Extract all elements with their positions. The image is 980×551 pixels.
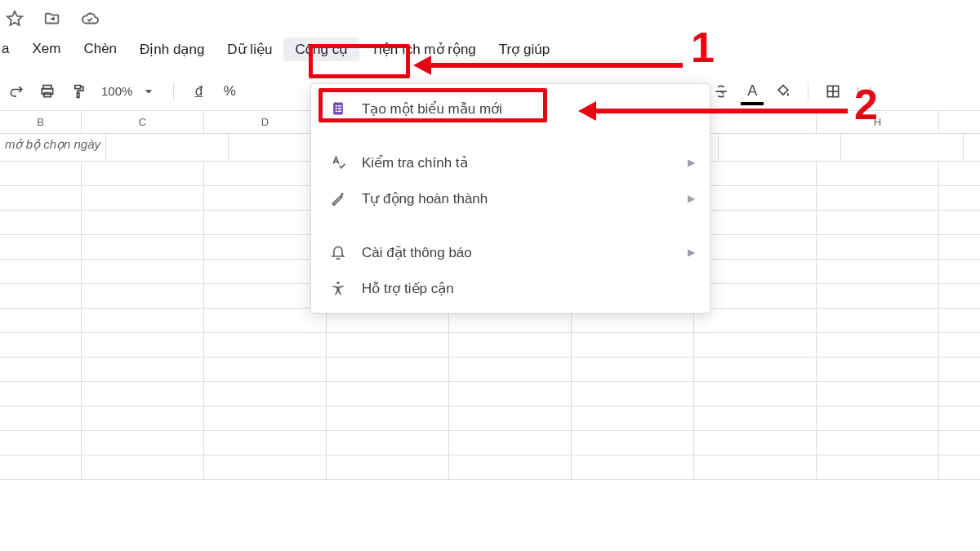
- cell[interactable]: [939, 407, 980, 430]
- cell[interactable]: [939, 358, 980, 381]
- cell[interactable]: mở bộ chọn ngày: [0, 134, 106, 161]
- cell[interactable]: [939, 333, 980, 357]
- cell[interactable]: [0, 235, 82, 259]
- cell[interactable]: [572, 382, 694, 406]
- strikethrough-button[interactable]: [708, 78, 734, 104]
- redo-icon[interactable]: [3, 78, 29, 104]
- cell[interactable]: [327, 382, 449, 406]
- cell[interactable]: [939, 431, 980, 455]
- cell[interactable]: [82, 333, 204, 357]
- cell[interactable]: [0, 162, 82, 185]
- cell[interactable]: [939, 309, 980, 332]
- cell[interactable]: [694, 260, 817, 283]
- cell[interactable]: [572, 455, 694, 479]
- cell[interactable]: [204, 284, 327, 308]
- currency-format-button[interactable]: đ: [185, 78, 212, 104]
- menu-item-dữ-liệu[interactable]: Dữ liệu: [216, 38, 283, 61]
- cell[interactable]: [0, 333, 82, 357]
- cell[interactable]: [939, 382, 980, 406]
- cell[interactable]: [694, 211, 817, 234]
- cell[interactable]: [817, 358, 939, 381]
- cell[interactable]: [817, 455, 939, 479]
- cell[interactable]: [817, 382, 939, 406]
- cell[interactable]: [106, 134, 229, 161]
- cell[interactable]: [817, 407, 939, 430]
- column-header[interactable]: D: [204, 111, 327, 133]
- cell[interactable]: [817, 235, 939, 259]
- cell[interactable]: [327, 431, 449, 455]
- cell[interactable]: [694, 382, 817, 406]
- cell[interactable]: [204, 162, 327, 185]
- cell[interactable]: [82, 309, 204, 332]
- cell[interactable]: [0, 211, 82, 234]
- percent-format-button[interactable]: %: [216, 78, 243, 104]
- fill-color-button[interactable]: [770, 78, 796, 104]
- cell[interactable]: [449, 455, 572, 479]
- cell[interactable]: [82, 407, 204, 430]
- cell[interactable]: [204, 211, 327, 234]
- cell[interactable]: [449, 333, 572, 357]
- cell[interactable]: [82, 431, 204, 455]
- cell[interactable]: [572, 431, 694, 455]
- cell[interactable]: [694, 407, 817, 430]
- cell[interactable]: [939, 186, 980, 210]
- cell[interactable]: [694, 431, 817, 455]
- cell[interactable]: [939, 235, 980, 259]
- cell[interactable]: [327, 407, 449, 430]
- cell[interactable]: [204, 382, 327, 406]
- cell[interactable]: [204, 431, 327, 455]
- column-header[interactable]: I: [939, 111, 980, 133]
- cell[interactable]: [939, 455, 980, 479]
- cell[interactable]: [719, 134, 841, 161]
- cell[interactable]: [817, 186, 939, 210]
- cell[interactable]: [82, 260, 204, 283]
- cell[interactable]: [817, 284, 939, 308]
- cell[interactable]: [204, 186, 327, 210]
- cell[interactable]: [817, 162, 939, 185]
- cell[interactable]: [939, 260, 980, 283]
- cell[interactable]: [694, 284, 817, 308]
- cell[interactable]: [204, 455, 327, 479]
- cell[interactable]: [694, 309, 817, 332]
- cell[interactable]: [82, 211, 204, 234]
- cell[interactable]: [939, 211, 980, 234]
- merge-cells-button[interactable]: [851, 78, 877, 104]
- cell[interactable]: [694, 333, 817, 357]
- cell[interactable]: [449, 382, 572, 406]
- cell[interactable]: [572, 407, 694, 430]
- menu-item-hỗ-trợ-tiếp-cận[interactable]: Hỗ trợ tiếp cận: [311, 270, 710, 306]
- cell[interactable]: [841, 134, 964, 161]
- cell[interactable]: [572, 333, 694, 357]
- zoom-level[interactable]: 100%: [96, 78, 162, 104]
- cell[interactable]: [204, 358, 327, 381]
- star-icon[interactable]: [5, 9, 24, 29]
- cell[interactable]: [449, 407, 572, 430]
- cell[interactable]: [0, 186, 82, 210]
- cell[interactable]: [817, 431, 939, 455]
- cell[interactable]: [82, 358, 204, 381]
- cell[interactable]: [694, 455, 817, 479]
- cell[interactable]: [817, 309, 939, 332]
- cell[interactable]: [0, 284, 82, 308]
- menu-item-chèn[interactable]: Chèn: [72, 38, 128, 60]
- menu-item-trợ-giúp[interactable]: Trợ giúp: [488, 38, 561, 61]
- cell[interactable]: [82, 186, 204, 210]
- cloud-saved-icon[interactable]: [80, 9, 100, 29]
- cell[interactable]: [82, 455, 204, 479]
- menu-item-cài-đặt-thông-báo[interactable]: Cài đặt thông báo▶: [311, 234, 710, 270]
- cell[interactable]: [327, 358, 449, 381]
- cell[interactable]: [327, 333, 449, 357]
- cell[interactable]: [939, 162, 980, 185]
- print-icon[interactable]: [34, 78, 60, 104]
- cell[interactable]: [204, 235, 327, 259]
- cell[interactable]: [817, 211, 939, 234]
- cell[interactable]: [694, 186, 817, 210]
- cell[interactable]: [204, 407, 327, 430]
- cell[interactable]: [694, 162, 817, 185]
- cell[interactable]: [694, 235, 817, 259]
- cell[interactable]: [82, 162, 204, 185]
- cell[interactable]: [82, 235, 204, 259]
- cell[interactable]: [0, 382, 82, 406]
- column-header[interactable]: B: [0, 111, 82, 133]
- cell[interactable]: [817, 260, 939, 283]
